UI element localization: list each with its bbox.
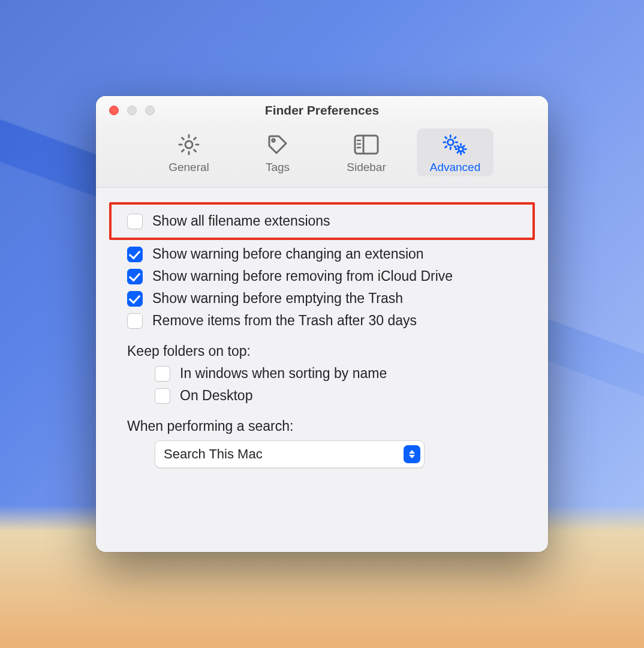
window-title: Finder Preferences (96, 103, 548, 118)
search-heading: When performing a search: (127, 418, 517, 434)
gear-icon (175, 132, 203, 157)
option-label: On Desktop (180, 388, 252, 404)
option-warn-icloud[interactable]: Show warning before removing from iCloud… (127, 268, 517, 284)
checkbox[interactable] (127, 269, 143, 284)
option-auto-empty-trash[interactable]: Remove items from the Trash after 30 day… (127, 313, 517, 329)
search-scope-select[interactable]: Search This Mac (155, 440, 425, 468)
checkbox[interactable] (127, 313, 143, 329)
checkbox[interactable] (127, 214, 143, 229)
tab-sidebar[interactable]: Sidebar (328, 128, 405, 176)
option-label: Show warning before changing an extensio… (152, 246, 424, 262)
tab-label: Sidebar (347, 161, 386, 174)
checkbox[interactable] (127, 291, 143, 307)
svg-point-0 (185, 141, 192, 148)
svg-point-4 (459, 147, 464, 152)
option-folders-in-windows[interactable]: In windows when sorting by name (155, 365, 517, 382)
keep-folders-heading: Keep folders on top: (127, 343, 517, 359)
tab-tags[interactable]: Tags (239, 128, 316, 176)
preference-tabs: General Tags (96, 125, 548, 188)
option-warn-trash[interactable]: Show warning before emptying the Trash (127, 290, 517, 307)
svg-point-1 (272, 139, 275, 142)
advanced-pane: Show all filename extensions Show warnin… (96, 188, 548, 492)
checkbox[interactable] (155, 388, 170, 404)
checkbox[interactable] (127, 247, 143, 262)
option-show-extensions[interactable]: Show all filename extensions (127, 213, 517, 229)
checkbox[interactable] (155, 366, 170, 382)
tag-icon (264, 132, 291, 157)
svg-point-3 (448, 139, 454, 145)
select-value: Search This Mac (164, 446, 263, 462)
sidebar-icon (353, 132, 380, 157)
option-warn-extension[interactable]: Show warning before changing an extensio… (127, 246, 517, 262)
option-label: In windows when sorting by name (180, 365, 387, 382)
desktop-background: Finder Preferences General (0, 0, 644, 648)
option-folders-on-desktop[interactable]: On Desktop (155, 388, 517, 404)
option-label: Show all filename extensions (152, 213, 330, 229)
advanced-gears-icon (441, 132, 469, 157)
titlebar: Finder Preferences (96, 96, 548, 125)
finder-preferences-window: Finder Preferences General (96, 96, 548, 552)
tab-label: Advanced (430, 161, 481, 174)
tab-general[interactable]: General (151, 128, 227, 176)
tab-advanced[interactable]: Advanced (417, 128, 493, 176)
option-label: Remove items from the Trash after 30 day… (152, 313, 417, 329)
tab-label: General (168, 161, 209, 174)
tab-label: Tags (266, 161, 290, 174)
option-label: Show warning before emptying the Trash (152, 290, 403, 307)
highlighted-option: Show all filename extensions (109, 202, 535, 240)
option-label: Show warning before removing from iCloud… (152, 268, 453, 284)
select-arrows-icon (404, 445, 420, 463)
